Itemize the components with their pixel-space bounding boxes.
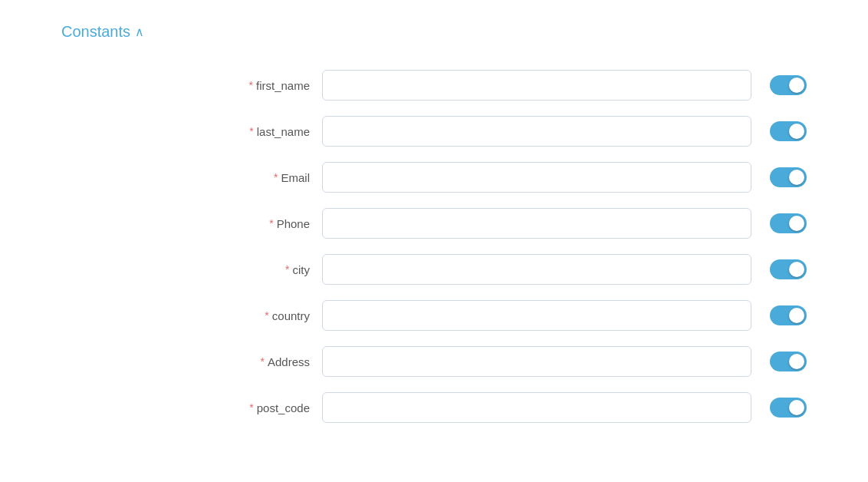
toggle-track [770, 259, 807, 279]
toggle-thumb [789, 78, 804, 93]
toggle-track [770, 305, 807, 325]
toggle-phone[interactable] [770, 213, 807, 233]
field-input-city[interactable] [322, 254, 751, 285]
form-row: * city [61, 246, 807, 292]
field-label-text: last_name [257, 125, 310, 138]
toggle-wrapper-post_code[interactable] [770, 398, 807, 418]
form-row: * first_name [61, 62, 807, 108]
field-label-text: Address [268, 355, 310, 368]
field-label-text: Phone [277, 217, 310, 230]
field-label-text: Email [281, 171, 310, 184]
toggle-wrapper-country[interactable] [770, 305, 807, 325]
form-row: * Email [61, 154, 807, 200]
toggle-thumb [789, 124, 804, 139]
field-input-email[interactable] [322, 162, 751, 193]
required-star: * [249, 79, 253, 91]
field-input-country[interactable] [322, 300, 751, 331]
field-label-post_code: * post_code [61, 401, 322, 414]
form-container: * first_name* last_name* Email* Phone* c… [61, 62, 807, 431]
toggle-email[interactable] [770, 167, 807, 187]
toggle-wrapper-first_name[interactable] [770, 75, 807, 95]
required-star: * [249, 125, 253, 137]
toggle-address[interactable] [770, 352, 807, 371]
toggle-city[interactable] [770, 259, 807, 279]
field-label-phone: * Phone [61, 217, 322, 230]
toggle-post_code[interactable] [770, 398, 807, 418]
form-row: * post_code [61, 385, 807, 431]
field-input-first_name[interactable] [322, 70, 751, 101]
toggle-country[interactable] [770, 305, 807, 325]
form-row: * country [61, 292, 807, 338]
section-title[interactable]: Constants [61, 23, 130, 41]
field-label-city: * city [61, 263, 322, 276]
toggle-wrapper-last_name[interactable] [770, 121, 807, 141]
toggle-thumb [789, 216, 804, 231]
toggle-thumb [789, 400, 804, 415]
toggle-track [770, 75, 807, 95]
required-star: * [261, 355, 265, 368]
toggle-thumb [789, 354, 804, 369]
toggle-wrapper-city[interactable] [770, 259, 807, 279]
toggle-first_name[interactable] [770, 75, 807, 95]
form-row: * Address [61, 338, 807, 385]
toggle-track [770, 398, 807, 418]
field-label-last_name: * last_name [61, 125, 322, 138]
required-star: * [269, 217, 273, 229]
toggle-track [770, 213, 807, 233]
required-star: * [274, 171, 278, 183]
form-row: * last_name [61, 108, 807, 154]
field-label-address: * Address [61, 355, 322, 368]
toggle-thumb [789, 262, 804, 277]
field-input-phone[interactable] [322, 208, 751, 239]
toggle-track [770, 352, 807, 371]
required-star: * [249, 401, 253, 414]
field-input-last_name[interactable] [322, 116, 751, 147]
toggle-last_name[interactable] [770, 121, 807, 141]
field-label-text: first_name [256, 79, 310, 92]
toggle-thumb [789, 170, 804, 185]
field-label-email: * Email [61, 171, 322, 184]
field-input-post_code[interactable] [322, 392, 751, 423]
field-label-text: post_code [257, 401, 310, 414]
required-star: * [285, 263, 289, 276]
toggle-track [770, 121, 807, 141]
field-label-text: country [272, 309, 310, 322]
toggle-wrapper-email[interactable] [770, 167, 807, 187]
section-header[interactable]: Constants ∧ [61, 23, 807, 41]
toggle-wrapper-phone[interactable] [770, 213, 807, 233]
chevron-up-icon: ∧ [135, 25, 144, 39]
field-label-text: city [293, 263, 311, 276]
form-row: * Phone [61, 200, 807, 246]
required-star: * [265, 309, 268, 322]
toggle-thumb [789, 308, 804, 323]
toggle-track [770, 167, 807, 187]
field-input-address[interactable] [322, 346, 751, 377]
field-label-first_name: * first_name [61, 79, 322, 92]
field-label-country: * country [61, 309, 322, 322]
toggle-wrapper-address[interactable] [770, 352, 807, 371]
